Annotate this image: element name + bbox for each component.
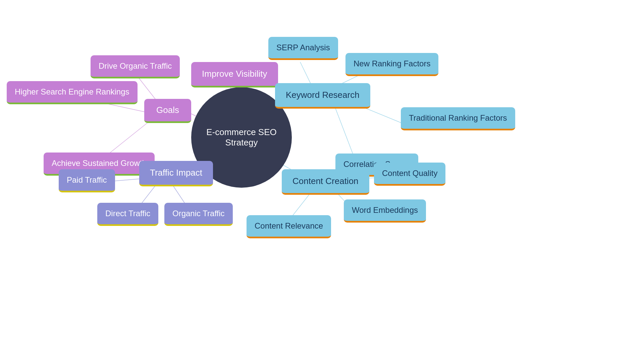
node-traffic-impact[interactable]: Traffic Impact bbox=[139, 161, 213, 186]
node-improve-visibility[interactable]: Improve Visibility bbox=[191, 62, 278, 87]
node-word-embeddings[interactable]: Word Embeddings bbox=[344, 199, 426, 223]
node-higher-search-rankings[interactable]: Higher Search Engine Rankings bbox=[7, 81, 138, 104]
svg-line-10 bbox=[334, 104, 356, 161]
node-content-relevance[interactable]: Content Relevance bbox=[247, 215, 331, 238]
node-keyword-research[interactable]: Keyword Research bbox=[275, 83, 370, 109]
node-content-creation[interactable]: Content Creation bbox=[282, 169, 369, 195]
node-paid-traffic[interactable]: Paid Traffic bbox=[59, 169, 115, 192]
center-label: E-commerce SEO Strategy bbox=[191, 127, 292, 148]
node-serp-analysis[interactable]: SERP Analysis bbox=[268, 37, 338, 60]
node-direct-traffic[interactable]: Direct Traffic bbox=[97, 203, 158, 226]
node-organic-traffic[interactable]: Organic Traffic bbox=[164, 203, 233, 226]
node-traditional-ranking-factors[interactable]: Traditional Ranking Factors bbox=[401, 107, 515, 130]
node-goals[interactable]: Goals bbox=[144, 99, 191, 123]
node-content-quality[interactable]: Content Quality bbox=[374, 163, 445, 186]
node-drive-organic-traffic[interactable]: Drive Organic Traffic bbox=[91, 55, 180, 78]
node-new-ranking-factors[interactable]: New Ranking Factors bbox=[345, 53, 438, 76]
